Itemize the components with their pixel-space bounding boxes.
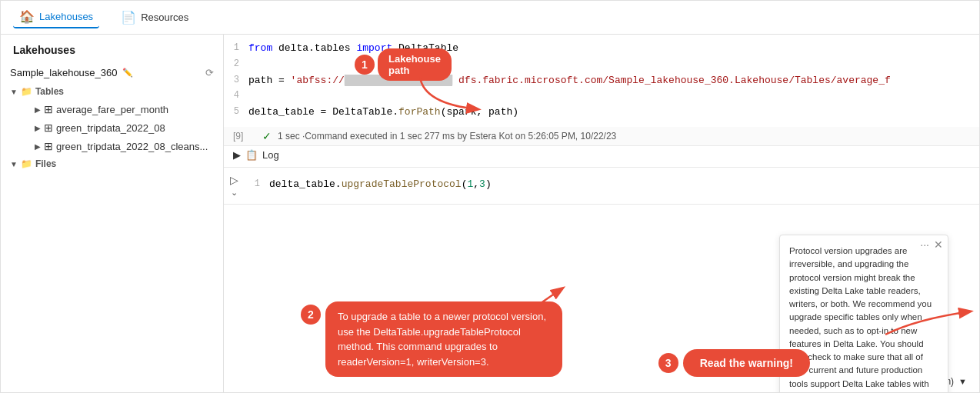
line-num-5: 5 — [230, 105, 248, 119]
output-bar: [9] ✓ 1 sec ·Command executed in 1 sec 2… — [224, 127, 979, 146]
check-icon: ✓ — [262, 130, 272, 142]
tooltip-more-button[interactable]: ··· — [920, 238, 929, 251]
tooltip-close-button[interactable]: ✕ — [934, 238, 943, 251]
line-num-2: 2 — [230, 57, 248, 72]
code-line-2: 2 — [224, 57, 979, 73]
log-label: Log — [262, 149, 279, 161]
code-line-3: 3 path = 'abfss://██████████████████ dfs… — [224, 73, 979, 89]
line-num-4: 4 — [230, 88, 248, 103]
cell-num-1: [9] — [233, 131, 256, 142]
code-line-5: 5 delta_table = DeltaTable.forPath(spark… — [224, 105, 979, 121]
line-num-3: 3 — [230, 73, 248, 88]
nav-lakehouses-label: Lakehouses — [39, 11, 93, 22]
table-name-1: average_fare_per_month — [56, 104, 217, 115]
table-item-2[interactable]: ▶ ⊞ green_tripdata_2022_08 — [1, 118, 223, 137]
files-chevron: ▼ — [10, 160, 18, 168]
lakehouse-name: Sample_lakehouse_360 — [10, 67, 118, 78]
table-chevron-3: ▶ — [35, 142, 41, 151]
tables-section-header[interactable]: ▼ 📁 Tables — [1, 83, 223, 100]
table-name-3: green_tripdata_2022_08_cleans... — [56, 141, 217, 152]
log-icon: 📋 — [245, 149, 258, 161]
sidebar-title: Lakehouses — [1, 35, 223, 62]
code-cell-2: ▷ ⌄ 1 delta_table.upgradeTableProtocol(1… — [224, 168, 979, 205]
table-item-1[interactable]: ▶ ⊞ average_fare_per_month — [1, 100, 223, 118]
run-controls: ▷ ⌄ — [224, 171, 245, 201]
code-content-2 — [248, 57, 973, 73]
warning-tooltip: Protocol version upgrades are irreversib… — [779, 235, 948, 392]
code-content-5: delta_table = DeltaTable.forPath(spark, … — [248, 105, 973, 121]
table-icon-1: ⊞ — [44, 103, 53, 115]
files-section-header[interactable]: ▼ 📁 Files — [1, 155, 223, 172]
code-cell-1: 1 from delta.tables import DeltaTable 2 … — [224, 35, 979, 168]
warning-tooltip-text: Protocol version upgrades are irreversib… — [789, 246, 932, 392]
refresh-icon[interactable]: ⟳ — [205, 67, 214, 78]
table-name-2: green_tripdata_2022_08 — [56, 122, 217, 134]
bottom-chevron[interactable]: ▼ — [958, 377, 967, 386]
code-content-4 — [248, 88, 973, 105]
resources-icon: 📄 — [121, 10, 136, 25]
edit-icon[interactable]: ✏️ — [122, 68, 133, 78]
line-num-cell2-1: 1 — [251, 177, 269, 192]
log-row[interactable]: ▶ 📋 Log — [224, 146, 979, 167]
code-block-2: 1 delta_table.upgradeTableProtocol(1,3) — [245, 171, 979, 199]
run-button[interactable]: ▷ — [230, 174, 238, 186]
folder-icon: 📁 — [21, 86, 32, 97]
code-block-1: 1 from delta.tables import DeltaTable 2 … — [224, 35, 979, 127]
files-label: Files — [35, 158, 56, 169]
code-line-4: 4 — [224, 88, 979, 105]
table-icon-3: ⊞ — [44, 140, 53, 152]
main-layout: Lakehouses Sample_lakehouse_360 ✏️ ⟳ ▼ 📁… — [1, 35, 979, 392]
lakehouse-row[interactable]: Sample_lakehouse_360 ✏️ ⟳ — [1, 62, 223, 83]
line-num-1: 1 — [230, 41, 248, 55]
relative-container: 1 from delta.tables import DeltaTable 2 … — [224, 35, 979, 392]
log-expand-icon: ▶ — [233, 149, 241, 161]
code-line-1: 1 from delta.tables import DeltaTable — [224, 41, 979, 57]
code-content-1: from delta.tables import DeltaTable — [248, 41, 973, 57]
table-item-3[interactable]: ▶ ⊞ green_tripdata_2022_08_cleans... — [1, 137, 223, 155]
code-line-cell2-1: 1 delta_table.upgradeTableProtocol(1,3) — [245, 177, 979, 193]
table-icon-2: ⊞ — [44, 122, 53, 134]
expand-button[interactable]: ⌄ — [231, 188, 238, 198]
sidebar: Lakehouses Sample_lakehouse_360 ✏️ ⟳ ▼ 📁… — [1, 35, 224, 392]
tables-chevron: ▼ — [10, 88, 18, 96]
table-chevron-1: ▶ — [35, 105, 41, 114]
nav-resources-label: Resources — [141, 12, 188, 23]
code-content-3: path = 'abfss://██████████████████ dfs.f… — [248, 73, 973, 89]
table-chevron-2: ▶ — [35, 124, 41, 132]
app-container: 🏠 Lakehouses 📄 Resources Lakehouses Samp… — [0, 0, 980, 393]
output-text: 1 sec ·Command executed in 1 sec 277 ms … — [278, 131, 616, 142]
lakehouse-icon: 🏠 — [19, 9, 35, 24]
code-content-cell2-1: delta_table.upgradeTableProtocol(1,3) — [269, 177, 973, 193]
top-nav: 🏠 Lakehouses 📄 Resources — [1, 1, 979, 35]
nav-resources[interactable]: 📄 Resources — [115, 7, 195, 28]
tables-label: Tables — [35, 86, 64, 97]
files-folder-icon: 📁 — [21, 158, 32, 169]
nav-lakehouses[interactable]: 🏠 Lakehouses — [13, 6, 99, 28]
